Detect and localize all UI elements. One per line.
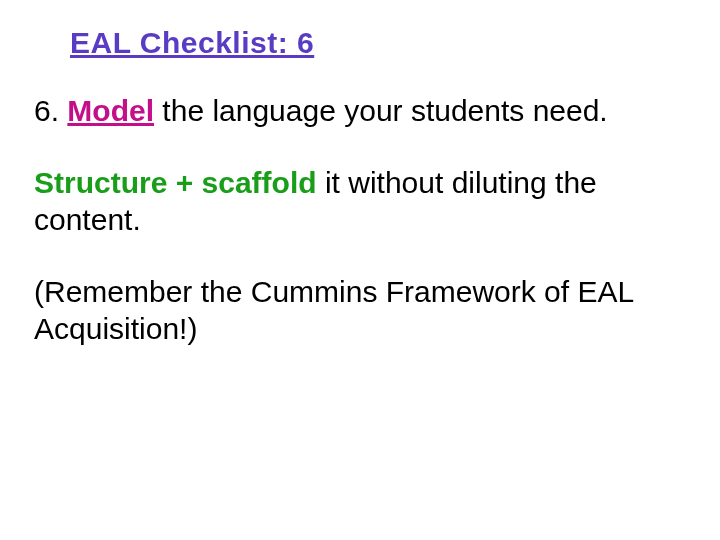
structure-scaffold-line: Structure + scaffold it without diluting… (34, 164, 686, 239)
slide-title: EAL Checklist: 6 (70, 26, 686, 60)
scaffold-emphasis: Structure + scaffold (34, 166, 317, 199)
slide: EAL Checklist: 6 6. Model the language y… (0, 0, 720, 540)
point-6-rest: the language your students need. (154, 94, 608, 127)
model-emphasis: Model (67, 94, 154, 127)
point-6-prefix: 6. (34, 94, 67, 127)
cummins-reminder: (Remember the Cummins Framework of EAL A… (34, 273, 686, 348)
point-6-line: 6. Model the language your students need… (34, 92, 686, 130)
